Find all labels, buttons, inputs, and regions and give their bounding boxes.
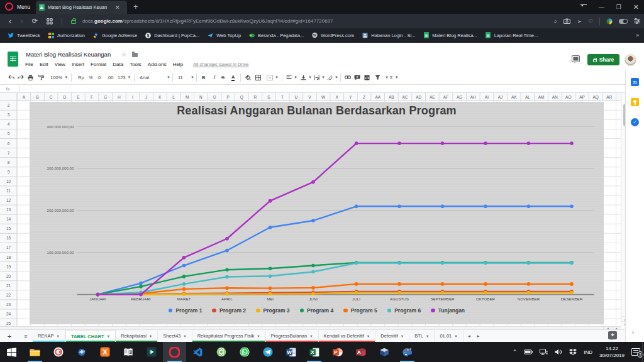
menu-file[interactable]: File <box>25 62 33 67</box>
easy-setup-icon[interactable] <box>634 18 640 24</box>
send-to-device-icon[interactable]: ➢ <box>577 18 582 25</box>
taskbar-file-explorer[interactable] <box>23 342 47 362</box>
font-size-select[interactable]: 11▼ <box>178 70 183 84</box>
font-select[interactable]: Arial▼ <box>140 70 149 84</box>
bookmark-item[interactable]: Google AdSense <box>93 33 137 38</box>
taskbar-xampp[interactable]: X <box>93 342 116 362</box>
taskbar-word[interactable]: W <box>279 342 303 362</box>
keep-icon[interactable] <box>631 98 639 106</box>
dropbox-icon[interactable] <box>569 349 577 356</box>
share-button[interactable]: Share <box>587 54 619 65</box>
minimize-icon[interactable]: — <box>599 4 604 10</box>
bookmark-item[interactable]: Authorization <box>48 33 85 38</box>
menu-edit[interactable]: Edit <box>40 62 48 67</box>
battery-saver-toggle[interactable] <box>619 19 628 24</box>
sheet-tab-rekapitulasi[interactable]: Rekapitulasi▼ <box>116 330 158 342</box>
formula-bar[interactable]: fx <box>0 85 644 93</box>
insert-chart-icon[interactable] <box>364 70 370 84</box>
decrease-decimal-button[interactable]: .0 <box>97 70 101 84</box>
vertical-align-icon[interactable]: ▼ <box>301 70 312 84</box>
undo-icon[interactable] <box>8 70 14 84</box>
bookmark-item[interactable]: $Dashboard | PopCa... <box>145 33 199 38</box>
menu-addons[interactable]: Add-ons <box>148 62 167 67</box>
snapshot-icon[interactable] <box>564 18 570 24</box>
clock[interactable]: 14.22 30/07/2019 <box>599 345 625 359</box>
bookmark-item[interactable]: Halaman Login - Si... <box>362 33 415 38</box>
paint-format-icon[interactable] <box>38 70 44 84</box>
taskbar-vscode[interactable] <box>186 342 209 362</box>
speed-dial-icon[interactable] <box>47 18 53 25</box>
embedded-chart[interactable]: Realisasi Anggaran Bulanan Berdasarkan P… <box>30 102 604 324</box>
all-sheets-icon[interactable]: ≡ <box>19 330 33 342</box>
sheets-logo-icon[interactable] <box>8 52 18 67</box>
taskbar-whatsapp[interactable] <box>233 342 256 362</box>
insert-comment-icon[interactable] <box>354 70 360 84</box>
sheet-tab-tabel-chart[interactable]: TABEL CHART▼ <box>65 330 116 342</box>
insert-link-icon[interactable] <box>345 70 351 84</box>
star-icon[interactable]: ☆ <box>121 52 126 58</box>
print-icon[interactable] <box>28 70 33 84</box>
browser-tab[interactable]: Materi Blog Realisasi Keuan ✕ <box>36 1 127 14</box>
document-title[interactable]: Materi Blog Realisasi Keuangan <box>26 51 111 58</box>
hidden-icons-caret[interactable]: ⌃ <box>513 349 518 355</box>
taskbar-start-button[interactable] <box>0 342 23 362</box>
explore-button[interactable]: ✦ <box>608 331 617 339</box>
bookmark-item[interactable]: WWordPress.com <box>312 33 354 38</box>
opera-logo-icon[interactable] <box>5 3 13 11</box>
sheet-tab-sheet43[interactable]: Sheet43▼ <box>158 330 192 342</box>
text-wrap-icon[interactable]: ▼ <box>314 70 325 84</box>
sheet-tab-defenitif[interactable]: Defenitif▼ <box>375 330 409 342</box>
bookmark-item[interactable]: Web TopUp <box>208 33 241 38</box>
battery-icon[interactable] <box>524 349 533 354</box>
user-avatar[interactable] <box>625 54 636 66</box>
tab-scroll-right-icon[interactable]: ► <box>476 334 480 338</box>
comment-history-icon[interactable] <box>572 55 580 62</box>
volume-icon[interactable] <box>555 349 562 355</box>
menu-tools[interactable]: Tools <box>130 62 142 67</box>
save-status[interactable]: All changes saved in Drive <box>193 62 248 67</box>
borders-icon[interactable] <box>255 70 261 84</box>
bold-button[interactable]: B <box>202 70 205 84</box>
menu-view[interactable]: View <box>55 62 65 67</box>
merge-cells-icon[interactable]: ▼ <box>267 70 279 84</box>
tasks-icon[interactable]: ✓ <box>631 118 639 126</box>
menu-data[interactable]: Data <box>113 62 123 67</box>
taskbar-access[interactable]: A <box>349 342 372 362</box>
functions-select[interactable]: Σ▼ <box>390 70 399 84</box>
notification-center-icon[interactable]: 3 <box>631 348 640 356</box>
sheet-tab-rekap[interactable]: REKAP▼ <box>33 330 65 342</box>
new-tab-button[interactable]: + <box>133 2 138 12</box>
filter-icon[interactable] <box>375 70 380 84</box>
taskbar-ebook-reader[interactable]: 漫 <box>116 342 140 362</box>
taskbar-virtualbox[interactable] <box>372 342 396 362</box>
tab-menu-icon[interactable] <box>580 4 587 9</box>
calendar-icon[interactable]: 31 <box>631 78 639 86</box>
more-formats-select[interactable]: 123▼ <box>118 70 131 84</box>
taskbar-powerpoint[interactable]: P <box>326 342 349 362</box>
format-currency-button[interactable]: Rp <box>78 70 84 84</box>
extension-icon[interactable] <box>606 18 613 25</box>
browser-menu-button[interactable]: Menu <box>17 3 30 11</box>
sheet-tab-btl[interactable]: BTL▼ <box>409 330 435 342</box>
sheet-tab-progressbulanan[interactable]: ProgressBulanan▼ <box>266 330 319 342</box>
tab-scroll-left-icon[interactable]: ◄ <box>467 334 471 338</box>
taskbar-anydesk[interactable] <box>47 342 70 362</box>
bookmarks-overflow-icon[interactable]: » <box>636 32 639 38</box>
add-sheet-button[interactable]: + <box>0 330 19 342</box>
bookmark-item[interactable]: Beranda - Pegadaia... <box>249 33 304 38</box>
close-icon[interactable]: ✕ <box>633 3 639 11</box>
maximize-icon[interactable]: ❐ <box>616 4 621 10</box>
menu-insert[interactable]: Insert <box>72 62 84 67</box>
sheet-tab-rekapitulasi-progress-fisik[interactable]: Rekapitulasi Progress Fisik▼ <box>192 330 266 342</box>
taskbar-opera[interactable] <box>163 342 186 362</box>
menu-help[interactable]: Help <box>173 62 183 67</box>
strikethrough-button[interactable]: S <box>221 70 225 84</box>
language-indicator[interactable]: IND <box>584 349 592 355</box>
bookmark-item[interactable]: Materi Blog Realisa... <box>423 33 477 38</box>
search-icon[interactable]: ⌕ <box>554 18 558 25</box>
fill-color-icon[interactable] <box>245 70 251 84</box>
taskbar-filmora[interactable] <box>140 342 163 362</box>
zoom-select[interactable]: 100%▼ <box>50 70 68 84</box>
taskbar-paint-palette[interactable] <box>396 342 419 362</box>
network-icon[interactable] <box>540 349 548 355</box>
